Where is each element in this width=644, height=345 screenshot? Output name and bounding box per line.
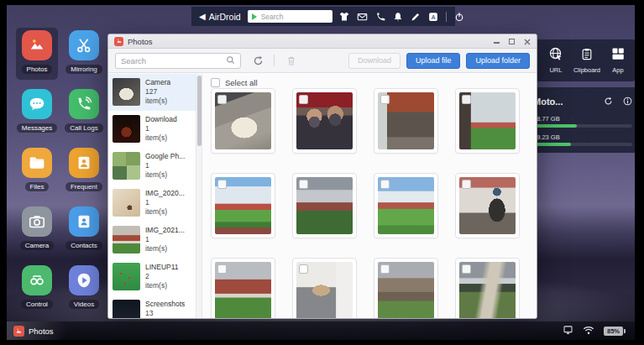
photo-checkbox[interactable] bbox=[380, 180, 390, 189]
photo-item[interactable] bbox=[374, 173, 438, 238]
app-contacts[interactable]: Contacts bbox=[60, 206, 107, 265]
folder-thumbnail bbox=[113, 226, 140, 254]
refresh-icon[interactable] bbox=[253, 55, 264, 66]
photos-window: Photos Download Upload file Upload folde… bbox=[107, 34, 537, 319]
folder-thumbnail bbox=[113, 300, 140, 318]
photo-item[interactable] bbox=[374, 258, 438, 318]
photo-item[interactable] bbox=[374, 88, 438, 154]
photo-checkbox[interactable] bbox=[217, 264, 227, 274]
app-mirroring[interactable]: Mirroring bbox=[60, 30, 107, 89]
maximize-icon[interactable] bbox=[509, 39, 515, 44]
info-icon[interactable] bbox=[623, 94, 632, 109]
photo-item[interactable] bbox=[292, 258, 357, 318]
folder-item[interactable]: Google Ph... 1 item(s) bbox=[108, 148, 196, 185]
photo-checkbox[interactable] bbox=[462, 264, 471, 274]
folder-item[interactable]: IMG_2021... 1 item(s) bbox=[108, 222, 196, 259]
folder-item[interactable]: LINEUP11 2 item(s) bbox=[108, 259, 196, 295]
chat-bubble-icon bbox=[22, 89, 52, 119]
photo-checkbox[interactable] bbox=[462, 180, 471, 189]
photo-checkbox[interactable] bbox=[462, 95, 471, 104]
mail-icon[interactable] bbox=[357, 12, 368, 22]
photo-item[interactable] bbox=[292, 173, 357, 238]
storage-label: 29.23 GB bbox=[533, 133, 632, 141]
photo-item[interactable] bbox=[211, 258, 275, 318]
folder-name: Google Ph... bbox=[145, 152, 185, 161]
folder-count-unit: item(s) bbox=[145, 281, 179, 290]
folder-thumbnail bbox=[113, 263, 140, 290]
photo-item[interactable] bbox=[455, 173, 520, 238]
app-label: Call Logs bbox=[65, 123, 102, 133]
folder-count: 1 bbox=[145, 198, 185, 207]
folder-count-unit: item(s) bbox=[145, 170, 185, 180]
select-all-checkbox[interactable] bbox=[211, 78, 220, 87]
phone-icon[interactable] bbox=[375, 12, 385, 22]
close-icon[interactable] bbox=[524, 34, 531, 49]
folder-count-unit: item(s) bbox=[145, 244, 185, 254]
bell-icon[interactable] bbox=[393, 12, 403, 22]
minimize-icon[interactable] bbox=[494, 42, 500, 44]
text-a-icon[interactable]: A bbox=[428, 12, 438, 22]
folder-search[interactable] bbox=[115, 53, 241, 69]
app-frequent[interactable]: Frequent bbox=[60, 148, 107, 206]
frequent-photo-icon bbox=[69, 148, 99, 178]
taskbar-photos-label: Photos bbox=[29, 327, 54, 336]
sidebar-scrollbar[interactable] bbox=[196, 74, 202, 318]
trash-icon[interactable] bbox=[286, 55, 296, 66]
upload-folder-button[interactable]: Upload folder bbox=[466, 53, 530, 69]
topbar-search-input[interactable] bbox=[261, 13, 328, 21]
tool-clipboard[interactable]: Clipboard bbox=[573, 47, 600, 74]
app-messages[interactable]: Messages bbox=[13, 89, 60, 148]
app-label: Files bbox=[25, 182, 50, 191]
photo-item[interactable] bbox=[455, 258, 520, 318]
window-photos-icon bbox=[114, 37, 123, 46]
app-control[interactable]: Control bbox=[13, 265, 60, 324]
folder-thumbnail bbox=[113, 189, 140, 217]
window-titlebar[interactable]: Photos bbox=[108, 34, 537, 49]
tool-url[interactable]: URL bbox=[549, 47, 563, 74]
photo-checkbox[interactable] bbox=[380, 264, 390, 274]
app-files[interactable]: Files bbox=[13, 148, 60, 206]
photo-checkbox[interactable] bbox=[299, 95, 308, 104]
svg-text:A: A bbox=[431, 13, 435, 20]
folder-item[interactable]: Download 1 item(s) bbox=[108, 111, 196, 148]
upload-file-button[interactable]: Upload file bbox=[406, 53, 461, 69]
app-grid-icon bbox=[611, 47, 625, 64]
folder-item[interactable]: IMG_2020... 1 item(s) bbox=[108, 185, 196, 222]
window-title: Photos bbox=[128, 37, 153, 46]
folder-thumbnail bbox=[113, 78, 140, 106]
folder-count: 13 bbox=[145, 309, 185, 318]
photo-checkbox[interactable] bbox=[299, 180, 308, 189]
folder-search-input[interactable] bbox=[121, 56, 226, 65]
contact-card-icon bbox=[69, 206, 99, 237]
clipboard-icon bbox=[581, 47, 593, 64]
scrollbar-thumb[interactable] bbox=[197, 76, 202, 146]
photo-item[interactable] bbox=[455, 88, 520, 154]
topbar-search[interactable] bbox=[248, 10, 332, 23]
app-camera[interactable]: Camera bbox=[13, 206, 60, 265]
photo-checkbox[interactable] bbox=[380, 95, 390, 104]
desktop-app-grid: Photos Mirroring Messages Call Logs File… bbox=[13, 30, 107, 324]
power-icon[interactable] bbox=[454, 12, 464, 22]
download-button[interactable]: Download bbox=[348, 53, 401, 69]
google-play-icon bbox=[252, 13, 257, 20]
tool-app[interactable]: App bbox=[611, 47, 625, 74]
app-videos[interactable]: Videos bbox=[60, 265, 107, 324]
app-photos[interactable]: Photos bbox=[13, 30, 60, 89]
scissors-icon bbox=[69, 30, 99, 60]
photo-checkbox[interactable] bbox=[299, 264, 308, 274]
pencil-icon[interactable] bbox=[411, 12, 421, 22]
folder-item[interactable]: Camera 127 item(s) bbox=[108, 74, 196, 111]
folder-item[interactable]: Screenshots 13 item(s) bbox=[108, 295, 196, 318]
photo-checkbox[interactable] bbox=[217, 180, 227, 189]
photo-checkbox[interactable] bbox=[217, 95, 227, 104]
refresh-device-icon[interactable] bbox=[604, 94, 613, 109]
device-name: Moto... bbox=[533, 97, 563, 107]
folder-count: 1 bbox=[145, 235, 185, 244]
app-call-logs[interactable]: Call Logs bbox=[60, 89, 107, 148]
taskbar-photos-item[interactable]: Photos bbox=[7, 321, 67, 340]
photo-item[interactable] bbox=[211, 173, 275, 238]
device-screen-icon bbox=[563, 323, 573, 338]
shirt-icon[interactable] bbox=[339, 12, 349, 22]
photo-item[interactable] bbox=[211, 88, 275, 154]
photo-item[interactable] bbox=[292, 88, 357, 154]
